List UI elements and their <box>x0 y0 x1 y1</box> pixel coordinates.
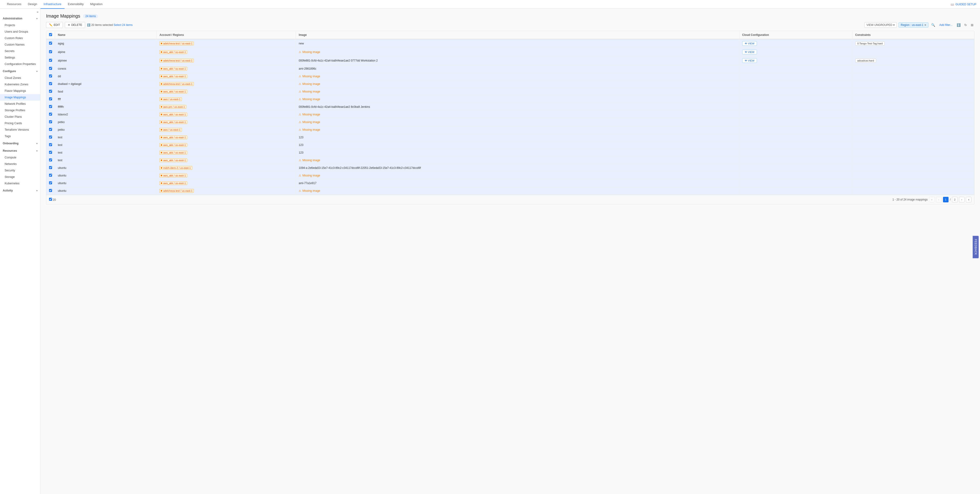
sidebar-section-header-resources[interactable]: Resources ▾ <box>0 147 40 154</box>
last-page-button[interactable]: » <box>966 197 971 202</box>
row-checkbox[interactable] <box>49 166 52 169</box>
row-checkbox[interactable] <box>49 97 52 100</box>
row-checkbox[interactable] <box>49 50 52 53</box>
row-checkbox[interactable] <box>49 67 52 70</box>
select-all-checkbox-header[interactable] <box>46 31 55 39</box>
prev-page-button[interactable]: ‹ <box>936 197 942 202</box>
view-cloud-config-button[interactable]: 👁 VIEW <box>742 50 757 54</box>
sidebar-item-compute[interactable]: Compute <box>0 154 40 161</box>
row-checkbox[interactable] <box>49 105 52 108</box>
row-checkbox[interactable] <box>49 59 52 62</box>
row-checkbox-cell[interactable] <box>46 56 55 65</box>
row-checkbox[interactable] <box>49 75 52 78</box>
sidebar-item-secrets[interactable]: Secrets <box>0 48 40 54</box>
sidebar-section-header-onboarding[interactable]: Onboarding ▾ <box>0 140 40 147</box>
row-checkbox-cell[interactable] <box>46 149 55 157</box>
search-icon[interactable]: 🔍 <box>930 22 936 28</box>
row-checkbox-cell[interactable] <box>46 111 55 118</box>
row-checkbox-cell[interactable] <box>46 157 55 164</box>
sidebar-item-network-profiles[interactable]: Network Profiles <box>0 101 40 107</box>
sidebar-item-cluster-plans[interactable]: Cluster Plans <box>0 114 40 120</box>
sidebar-item-config-props[interactable]: Configuration Properties <box>0 61 40 67</box>
row-checkbox[interactable] <box>49 41 52 44</box>
row-checkbox[interactable] <box>49 189 52 192</box>
row-checkbox-cell[interactable] <box>46 172 55 179</box>
row-checkbox[interactable] <box>49 135 52 138</box>
guided-setup-button[interactable]: 📖 GUIDED SETUP <box>951 3 976 6</box>
row-checkbox-cell[interactable] <box>46 88 55 95</box>
sidebar-item-flavor-mappings[interactable]: Flavor Mappings <box>0 87 40 94</box>
sidebar-item-custom-names[interactable]: Custom Names <box>0 41 40 48</box>
row-checkbox-cell[interactable] <box>46 134 55 141</box>
row-checkbox[interactable] <box>49 151 52 154</box>
row-checkbox-cell[interactable] <box>46 103 55 111</box>
sidebar-item-pricing-cards[interactable]: Pricing Cards <box>0 120 40 127</box>
select-all-link[interactable]: Select 24 items <box>114 23 132 27</box>
first-page-button[interactable]: « <box>929 197 935 202</box>
sidebar-collapse-button[interactable]: « <box>0 9 40 15</box>
add-filter-button[interactable]: Add filter... <box>938 22 954 27</box>
row-checkbox-cell[interactable] <box>46 48 55 56</box>
refresh-icon[interactable]: ↻ <box>963 22 968 28</box>
edit-button[interactable]: ✏️ EDIT <box>46 22 63 28</box>
sidebar-item-networks[interactable]: Networks <box>0 161 40 167</box>
view-ungrouped-button[interactable]: VIEW UNGROUPED ▾ <box>864 22 897 28</box>
row-checkbox-cell[interactable] <box>46 39 55 48</box>
sidebar-item-terraform-versions[interactable]: Terraform Versions <box>0 127 40 133</box>
grid-view-icon[interactable]: ⊞ <box>970 22 974 28</box>
sidebar-item-kubernetes-zones[interactable]: Kubernetes Zones <box>0 81 40 87</box>
row-checkbox[interactable] <box>49 174 52 177</box>
sidebar-item-storage-profiles[interactable]: Storage Profiles <box>0 107 40 114</box>
row-checkbox-cell[interactable] <box>46 164 55 172</box>
sidebar-item-cloud-zones[interactable]: Cloud Zones <box>0 75 40 81</box>
nav-item-infrastructure[interactable]: Infrastructure <box>40 0 65 9</box>
sidebar-item-custom-roles[interactable]: Custom Roles <box>0 35 40 41</box>
view-cloud-config-button[interactable]: 👁 VIEW <box>742 58 757 63</box>
delete-button[interactable]: ✕ DELETE <box>65 22 85 28</box>
sidebar-section-resources: Resources ▾ Compute Networks Security St… <box>0 147 40 187</box>
sidebar-item-projects[interactable]: Projects <box>0 22 40 29</box>
sidebar-item-storage[interactable]: Storage <box>0 174 40 180</box>
feedback-tab[interactable]: FEEDBACK <box>973 236 979 258</box>
sidebar-item-security[interactable]: Security <box>0 167 40 174</box>
row-checkbox-cell[interactable] <box>46 118 55 126</box>
filter-close-button[interactable]: ✕ <box>924 24 926 27</box>
cell-image: ⚠ Missing image <box>296 95 740 103</box>
view-cloud-config-button[interactable]: 👁 VIEW <box>742 41 757 46</box>
row-checkbox-cell[interactable] <box>46 65 55 73</box>
page-2-button[interactable]: 2 <box>952 197 958 202</box>
nav-item-migration[interactable]: Migration <box>87 0 106 9</box>
row-checkbox-cell[interactable] <box>46 126 55 134</box>
sidebar-section-header-configure[interactable]: Configure ▾ <box>0 68 40 75</box>
sidebar-section-header-activity[interactable]: Activity ▾ <box>0 187 40 194</box>
nav-item-design[interactable]: Design <box>24 0 40 9</box>
cell-constraints <box>852 141 974 149</box>
row-checkbox[interactable] <box>49 159 52 161</box>
row-checkbox[interactable] <box>49 120 52 123</box>
next-page-button[interactable]: › <box>959 197 964 202</box>
sidebar-section-header-administration[interactable]: Administration ▾ <box>0 15 40 22</box>
sidebar-item-kubernetes[interactable]: Kubernetes <box>0 180 40 187</box>
row-checkbox-cell[interactable] <box>46 80 55 88</box>
sidebar-item-users-groups[interactable]: Users and Groups <box>0 29 40 35</box>
sidebar-item-settings[interactable]: Settings <box>0 54 40 61</box>
row-checkbox[interactable] <box>49 128 52 131</box>
info-icon[interactable]: ℹ️ <box>956 22 961 28</box>
row-checkbox[interactable] <box>49 143 52 146</box>
row-checkbox[interactable] <box>49 90 52 93</box>
nav-item-extensibility[interactable]: Extensibility <box>65 0 87 9</box>
row-checkbox-cell[interactable] <box>46 95 55 103</box>
sidebar-item-tags[interactable]: Tags <box>0 133 40 140</box>
row-checkbox-cell[interactable] <box>46 179 55 187</box>
row-checkbox-cell[interactable] <box>46 73 55 80</box>
footer-checkbox[interactable] <box>49 198 52 201</box>
page-1-button[interactable]: 1 <box>943 197 948 202</box>
row-checkbox[interactable] <box>49 113 52 116</box>
row-checkbox[interactable] <box>49 82 52 85</box>
nav-item-resources[interactable]: Resources <box>4 0 24 9</box>
sidebar-item-image-mappings[interactable]: Image Mappings <box>0 94 40 101</box>
row-checkbox[interactable] <box>49 181 52 184</box>
row-checkbox-cell[interactable] <box>46 141 55 149</box>
row-checkbox-cell[interactable] <box>46 187 55 195</box>
select-all-checkbox[interactable] <box>49 33 52 36</box>
